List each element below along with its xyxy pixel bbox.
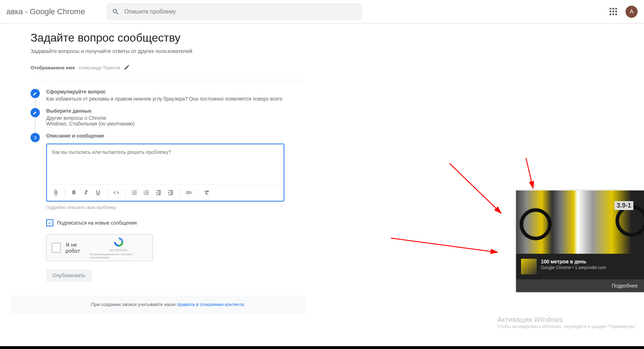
window-title: авка - Google Chrome: [6, 7, 85, 16]
step-3-title: Описание и сообщение: [46, 133, 304, 139]
step-3-badge: 3: [31, 133, 40, 142]
step-1-badge: [31, 89, 40, 98]
list-bulleted-icon[interactable]: [129, 187, 140, 198]
content-policy-link[interactable]: правила в отношении контента: [177, 302, 244, 307]
recaptcha-logo-icon: [113, 236, 124, 248]
ad-notification: 3.9-1 100 метров в день Google Chrome • …: [516, 190, 644, 292]
step-2-desc1: Другие вопросы о Chrome: [46, 115, 304, 121]
footer-prefix: При создании записи учитывайте наши: [91, 302, 177, 307]
step-3: 3 Описание и сообщение: [31, 133, 304, 282]
notification-thumb: [521, 259, 537, 274]
pencil-icon: [33, 110, 38, 115]
subscribe-label: Подписаться на новые сообщения: [57, 220, 137, 226]
header-bar: авка - Google Chrome А: [0, 0, 644, 23]
recaptcha-label: Я не робот: [66, 242, 90, 254]
recaptcha-brand: reCAPTCHA: [109, 248, 128, 252]
editor-helper: Подробно опишите свою проблему.: [46, 205, 304, 210]
recaptcha-checkbox[interactable]: [52, 243, 61, 253]
clear-format-icon[interactable]: [202, 187, 212, 198]
display-name-label: Отображаемое имя: [31, 65, 75, 70]
indent-increase-icon[interactable]: [165, 187, 176, 198]
footer-suffix: .: [244, 302, 245, 307]
watermark-line2: Чтобы активировать Windows, перейдите в …: [497, 324, 637, 329]
notification-image-label: 3.9-1: [615, 201, 633, 210]
subscribe-checkbox[interactable]: [46, 219, 53, 226]
main-content: Задайте вопрос сообществу Задавайте вопр…: [11, 23, 323, 313]
step-2-badge: [31, 108, 40, 117]
search-input[interactable]: [124, 9, 356, 15]
step-2-title: Выберите данные: [46, 108, 304, 114]
notification-more-button[interactable]: Подробнее: [516, 279, 644, 292]
page-heading: Задайте вопрос сообществу: [31, 31, 304, 44]
notification-image[interactable]: 3.9-1: [516, 190, 644, 254]
attach-icon[interactable]: [50, 187, 61, 198]
svg-line-0: [391, 238, 498, 252]
display-name-row: Отображаемое имя Александр Терехов: [31, 64, 304, 80]
search-icon: [112, 8, 119, 16]
apps-icon[interactable]: [608, 7, 618, 16]
pencil-icon: [33, 91, 38, 96]
step-1[interactable]: Сформулируйте вопрос Как избавиться от р…: [31, 89, 304, 102]
description-textarea[interactable]: [47, 144, 284, 183]
avatar[interactable]: А: [626, 6, 638, 18]
code-icon[interactable]: [111, 187, 122, 198]
windows-activation-watermark: Активация Windows Чтобы активировать Win…: [497, 316, 637, 329]
page-subtitle: Задавайте вопросы и получайте ответы от …: [31, 48, 304, 54]
list-numbered-icon[interactable]: [141, 187, 152, 198]
underline-icon[interactable]: [93, 187, 103, 198]
italic-icon[interactable]: [81, 187, 91, 198]
step-2[interactable]: Выберите данные Другие вопросы о Chrome …: [31, 108, 304, 127]
notification-source: Google Chrome • 1.wepundle.com: [541, 265, 606, 270]
check-icon: [47, 220, 52, 225]
link-icon[interactable]: [183, 187, 194, 198]
watermark-line1: Активация Windows: [497, 316, 637, 324]
edit-icon[interactable]: [124, 64, 130, 71]
recaptcha-box: Я не робот reCAPTCHA Конфиденциальность …: [46, 234, 153, 261]
publish-button[interactable]: Опубликовать: [46, 269, 92, 282]
svg-line-1: [450, 163, 501, 213]
editor-box: [46, 144, 284, 202]
taskbar[interactable]: [0, 346, 644, 349]
step-1-title: Сформулируйте вопрос: [46, 89, 304, 95]
display-name-value: Александр Терехов: [79, 65, 120, 70]
bold-icon[interactable]: [69, 187, 79, 198]
notification-title: 100 метров в день: [541, 259, 606, 264]
search-box[interactable]: [106, 3, 362, 20]
footer-note: При создании записи учитывайте наши прав…: [11, 295, 306, 313]
indent-decrease-icon[interactable]: [153, 187, 164, 198]
recaptcha-terms: Конфиденциальность • Условия использован…: [90, 253, 147, 259]
step-1-desc: Как избавиться от рекламы в правом нижне…: [46, 96, 304, 102]
step-2-desc2: Windows, Стабильная (по умолчанию): [46, 121, 304, 127]
editor-toolbar: [47, 184, 284, 201]
svg-line-2: [526, 158, 533, 188]
